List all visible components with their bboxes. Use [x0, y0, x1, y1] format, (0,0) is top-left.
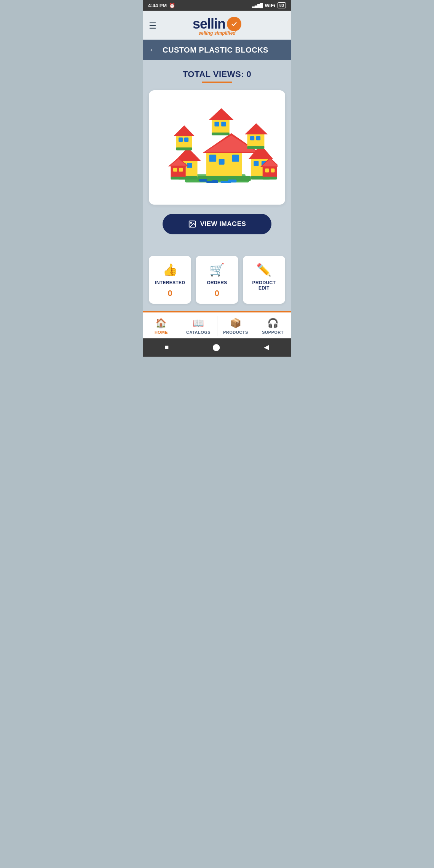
svg-rect-42 — [171, 177, 185, 179]
svg-rect-39 — [179, 168, 183, 171]
interested-label: INTERESTED — [155, 280, 185, 285]
svg-rect-29 — [221, 122, 226, 127]
svg-rect-34 — [256, 136, 260, 140]
svg-rect-32 — [247, 133, 265, 147]
cart-icon: 🛒 — [209, 263, 225, 277]
svg-marker-30 — [209, 108, 233, 120]
wifi-icon: WiFi — [265, 3, 275, 8]
system-nav-bar: ■ ⬤ ◀ — [143, 338, 291, 357]
svg-rect-18 — [254, 161, 258, 166]
nav-products-label: PRODUCTS — [223, 330, 248, 335]
products-icon: 📦 — [230, 318, 241, 328]
svg-rect-6 — [209, 155, 216, 162]
time-display: 4:44 PM — [148, 3, 167, 8]
nav-support[interactable]: 🎧 SUPPORT — [254, 316, 291, 336]
page-title: CUSTOM PLASTIC BLOCKS — [163, 46, 268, 54]
svg-rect-8 — [219, 159, 225, 165]
total-views-underline — [202, 82, 232, 83]
main-content: TOTAL VIEWS: 0 — [143, 60, 291, 248]
orders-label: ORDERS — [207, 280, 227, 285]
svg-rect-37 — [171, 165, 185, 178]
view-images-button[interactable]: VIEW IMAGES — [163, 214, 271, 234]
interested-card[interactable]: 👍 INTERESTED 0 — [149, 256, 191, 304]
bottom-nav: 🏠 HOME 📖 CATALOGS 📦 PRODUCTS 🎧 SUPPORT — [143, 311, 291, 338]
product-image-card — [149, 90, 285, 205]
status-bar-left: 4:44 PM ⏰ — [148, 3, 175, 8]
svg-point-0 — [230, 20, 238, 28]
product-image — [156, 98, 278, 197]
svg-marker-25 — [174, 125, 195, 136]
svg-rect-31 — [212, 133, 230, 135]
nav-home-label: HOME — [155, 330, 168, 335]
recent-apps-button[interactable]: ■ — [165, 343, 169, 351]
interested-value: 0 — [168, 288, 172, 298]
battery-indicator: 83 — [278, 2, 286, 8]
app-header: ☰ sellin selling simplified — [143, 11, 291, 40]
page-title-bar: ← CUSTOM PLASTIC BLOCKS — [143, 40, 291, 60]
svg-rect-38 — [173, 168, 177, 171]
svg-rect-44 — [265, 168, 269, 172]
svg-rect-14 — [187, 163, 192, 168]
svg-point-53 — [190, 222, 191, 223]
svg-rect-51 — [212, 180, 218, 183]
status-bar: 4:44 PM ⏰ ▂▄▆█ WiFi 83 — [143, 0, 291, 11]
nav-catalogs-label: CATALOGS — [186, 330, 211, 335]
logo-text: sellin — [193, 16, 241, 32]
support-icon: 🎧 — [267, 318, 279, 328]
status-bar-right: ▂▄▆█ WiFi 83 — [252, 2, 286, 8]
stats-section: 👍 INTERESTED 0 🛒 ORDERS 0 ✏️ PRODUCT EDI… — [143, 248, 291, 311]
total-views-section: TOTAL VIEWS: 0 — [149, 69, 285, 83]
nav-catalogs[interactable]: 📖 CATALOGS — [180, 316, 217, 336]
orders-value: 0 — [215, 288, 219, 298]
thumbs-up-icon: 👍 — [163, 263, 178, 277]
svg-rect-27 — [212, 119, 230, 134]
logo: sellin selling simplified — [193, 16, 241, 36]
svg-rect-49 — [199, 179, 207, 181]
hamburger-menu-button[interactable]: ☰ — [149, 21, 156, 31]
view-images-label: VIEW IMAGES — [200, 220, 246, 228]
product-edit-card[interactable]: ✏️ PRODUCT EDIT — [243, 256, 285, 304]
signal-icon: ▂▄▆█ — [252, 3, 263, 8]
nav-support-label: SUPPORT — [262, 330, 284, 335]
image-icon — [188, 220, 196, 228]
svg-marker-35 — [245, 123, 268, 134]
svg-rect-45 — [271, 168, 274, 172]
svg-rect-28 — [214, 122, 219, 127]
svg-rect-43 — [263, 166, 277, 178]
total-views-label: TOTAL VIEWS: 0 — [149, 69, 285, 79]
svg-rect-23 — [179, 138, 183, 142]
logo-tagline: selling simplified — [193, 30, 241, 36]
svg-rect-7 — [232, 155, 239, 162]
home-button[interactable]: ⬤ — [212, 343, 220, 351]
edit-icon: ✏️ — [256, 263, 271, 277]
alarm-icon: ⏰ — [169, 3, 175, 8]
svg-rect-24 — [184, 138, 188, 142]
back-system-button[interactable]: ◀ — [264, 343, 269, 351]
home-icon: 🏠 — [155, 318, 167, 328]
svg-rect-26 — [176, 147, 192, 150]
svg-rect-36 — [247, 146, 265, 149]
catalogs-icon: 📖 — [193, 318, 204, 328]
orders-card[interactable]: 🛒 ORDERS 0 — [196, 256, 238, 304]
nav-products[interactable]: 📦 PRODUCTS — [217, 316, 255, 336]
logo-o-icon — [227, 17, 241, 31]
svg-rect-22 — [176, 135, 192, 149]
product-edit-label: PRODUCT EDIT — [247, 280, 281, 291]
back-button[interactable]: ← — [149, 45, 157, 55]
svg-rect-33 — [250, 136, 254, 140]
nav-home[interactable]: 🏠 HOME — [143, 316, 180, 336]
svg-rect-48 — [263, 177, 277, 179]
svg-rect-50 — [228, 179, 236, 182]
